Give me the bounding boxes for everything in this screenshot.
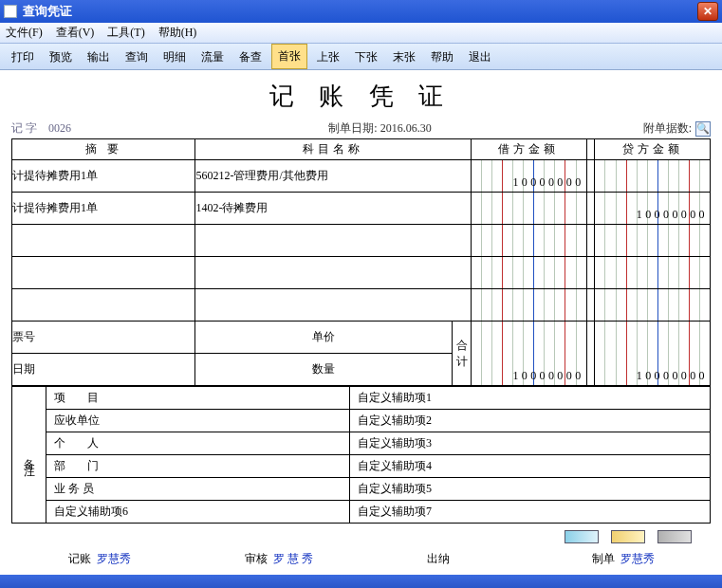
- window-title: 查询凭证: [23, 3, 72, 20]
- total-credit: 10000000: [595, 322, 711, 386]
- signature-row: 记账 罗慧秀 审核 罗 慧 秀 出纳 制单 罗慧秀: [11, 547, 711, 567]
- notes-side-label: 备注: [12, 387, 46, 524]
- audit-label: 审核: [245, 551, 268, 567]
- voucher-word-label: 记 字: [11, 121, 37, 135]
- tb-query[interactable]: 查询: [120, 46, 154, 69]
- table-row: [12, 257, 711, 289]
- note-right: 自定义辅助项5: [350, 478, 711, 501]
- voucher-panel: 记 账 凭 证 记 字 0026 制单日期: 2016.06.30 附单据数: …: [0, 70, 722, 575]
- tb-detail[interactable]: 明细: [157, 46, 192, 69]
- status-icon-b[interactable]: [611, 530, 645, 543]
- tb-last[interactable]: 末张: [387, 46, 421, 69]
- titlebar: 查询凭证 ✕: [0, 0, 722, 23]
- note-left: 个 人: [46, 432, 350, 455]
- row-debit: 10000000: [472, 160, 587, 193]
- tb-exit[interactable]: 退出: [463, 46, 497, 69]
- voucher-title: 记 账 凭 证: [11, 80, 711, 113]
- book-label: 记账: [68, 551, 91, 567]
- menu-help[interactable]: 帮助(H): [158, 25, 197, 41]
- price-label: 单价: [195, 322, 453, 354]
- qty-label: 数量: [195, 354, 453, 386]
- ticket-label: 票号: [12, 322, 195, 354]
- total-label: 合 计: [453, 322, 472, 386]
- voucher-date: 2016.06.30: [380, 121, 432, 135]
- cashier-label: 出纳: [427, 551, 450, 567]
- note-right: 自定义辅助项3: [350, 432, 711, 455]
- note-right: 自定义辅助项4: [350, 455, 711, 478]
- menubar: 文件(F) 查看(V) 工具(T) 帮助(H): [0, 23, 722, 44]
- tb-prev[interactable]: 上张: [311, 46, 345, 69]
- col-subject: 科目名称: [195, 139, 472, 160]
- tb-preview[interactable]: 预览: [44, 46, 78, 69]
- voucher-table: 摘 要 科目名称 借方金额 贷方金额 计提待摊费用1单 560212-管理费用/…: [11, 138, 711, 386]
- menu-file[interactable]: 文件(F): [6, 25, 43, 41]
- table-row: 计提待摊费用1单 560212-管理费用/其他费用 10000000: [12, 160, 711, 193]
- col-debit: 借方金额: [472, 139, 587, 160]
- maker-label: 制单: [592, 551, 615, 567]
- tb-help[interactable]: 帮助: [425, 46, 459, 69]
- tb-first[interactable]: 首张: [271, 44, 307, 69]
- meta-row: 记 字 0026 制单日期: 2016.06.30 附单据数: 🔍: [11, 120, 711, 137]
- date2-label: 日期: [12, 354, 195, 386]
- menu-view[interactable]: 查看(V): [56, 25, 95, 41]
- toolbar: 打印 预览 输出 查询 明细 流量 备查 首张 上张 下张 末张 帮助 退出: [0, 44, 722, 70]
- app-icon: [4, 5, 17, 18]
- total-debit: 10000000: [472, 322, 587, 386]
- note-left: 项 目: [46, 387, 350, 410]
- tb-print[interactable]: 打印: [6, 46, 40, 69]
- row-credit: [595, 160, 711, 193]
- tb-next[interactable]: 下张: [349, 46, 383, 69]
- row-subject: 560212-管理费用/其他费用: [195, 160, 472, 193]
- note-left: 部 门: [46, 455, 350, 478]
- tb-flow[interactable]: 流量: [195, 46, 230, 69]
- status-icon-row: [11, 524, 711, 547]
- col-summary: 摘 要: [12, 139, 195, 160]
- meta-row-ticket: 票号 单价 合 计 10000000 10000000: [12, 322, 711, 354]
- note-left: 应收单位: [46, 410, 350, 432]
- close-icon[interactable]: ✕: [697, 2, 718, 21]
- table-row: [12, 289, 711, 322]
- book-name: 罗慧秀: [97, 551, 131, 567]
- maker-name: 罗慧秀: [620, 551, 655, 567]
- note-left: 自定义辅助项6: [46, 501, 350, 524]
- col-credit: 贷方金额: [595, 139, 711, 160]
- attach-label: 附单据数:: [643, 120, 692, 137]
- row-summary: 计提待摊费用1单: [12, 160, 195, 193]
- note-left: 业 务 员: [46, 478, 350, 501]
- note-right: 自定义辅助项7: [350, 501, 711, 524]
- table-row: [12, 225, 711, 257]
- tb-output[interactable]: 输出: [82, 46, 116, 69]
- status-icon-a[interactable]: [565, 530, 599, 543]
- status-icon-c[interactable]: [657, 530, 692, 543]
- note-right: 自定义辅助项2: [350, 410, 711, 432]
- window-border-bottom: [0, 575, 722, 588]
- tb-check[interactable]: 备查: [233, 46, 268, 69]
- note-right: 自定义辅助项1: [350, 387, 711, 410]
- notes-table: 备注 项 目 自定义辅助项1 应收单位自定义辅助项2 个 人自定义辅助项3 部 …: [11, 386, 711, 524]
- voucher-number: 0026: [48, 121, 71, 135]
- menu-tool[interactable]: 工具(T): [107, 25, 144, 41]
- search-icon[interactable]: 🔍: [695, 121, 711, 137]
- audit-name: 罗 慧 秀: [273, 551, 313, 567]
- voucher-date-label: 制单日期:: [328, 121, 377, 135]
- table-row: 计提待摊费用1单 1402-待摊费用 10000000: [12, 193, 711, 225]
